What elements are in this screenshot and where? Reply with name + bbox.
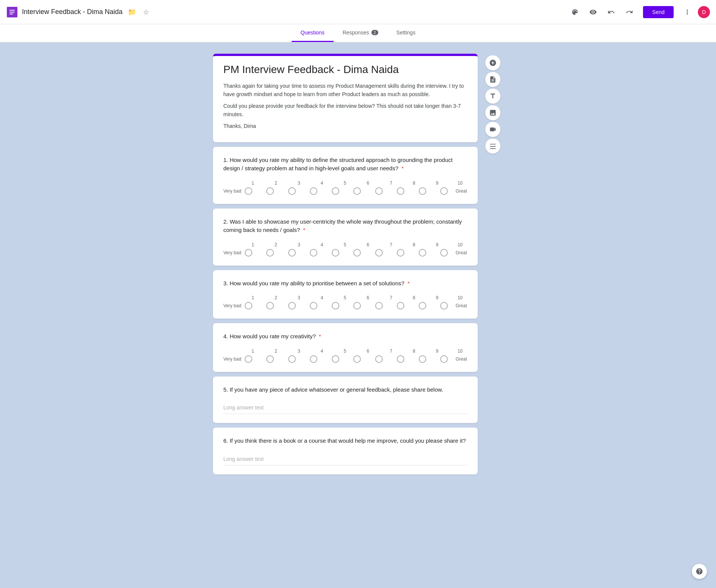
help-button[interactable] (692, 564, 707, 579)
scale-4-right-label: Great (448, 356, 467, 362)
scale-2-radio-3[interactable] (288, 249, 296, 257)
question-card-6: 6. If you think there is a book or a cou… (213, 428, 478, 474)
more-menu-button[interactable] (680, 5, 695, 20)
scale-1-radio-3[interactable] (288, 187, 296, 195)
scale-4-radio-3[interactable] (288, 355, 296, 363)
scale-4-radio-6[interactable] (353, 355, 361, 363)
svg-rect-2 (9, 12, 15, 12)
scale-4-radio-1[interactable] (245, 355, 252, 363)
scale-2-radio-2[interactable] (266, 249, 274, 257)
question-card-2: 2. Was I able to showcase my user-centri… (213, 208, 478, 266)
avatar[interactable]: D (698, 6, 710, 18)
scale-2-radios-row: Very bad Great (224, 249, 467, 257)
scale-2: 1 2 3 4 5 6 7 8 9 10 Very bad (224, 242, 467, 257)
scale-4-radio-8[interactable] (397, 355, 404, 363)
tab-settings[interactable]: Settings (387, 24, 425, 42)
scale-1-right-label: Great (448, 188, 467, 194)
question-card-1: 1. How would you rate my ability to defi… (213, 147, 478, 204)
scale-1-radio-10[interactable] (440, 187, 448, 195)
scale-1-radio-2[interactable] (266, 187, 274, 195)
scale-1-radios-row: Very bad Great (224, 187, 467, 195)
required-star-2: * (303, 227, 305, 233)
redo-button[interactable] (622, 5, 637, 20)
send-button[interactable]: Send (643, 6, 674, 18)
help-container (692, 564, 707, 579)
scale-4-radio-10[interactable] (440, 355, 448, 363)
question-6-placeholder[interactable]: Long answer text (224, 453, 467, 465)
scale-3-numbers: 1 2 3 4 5 6 7 8 9 10 (224, 295, 467, 300)
question-5-placeholder[interactable]: Long answer text (224, 401, 467, 414)
scale-1-left-label: Very bad (224, 188, 245, 194)
question-5-text: 5. If you have any piece of advice whats… (224, 386, 467, 394)
star-icon[interactable]: ☆ (141, 6, 151, 18)
scale-3-radio-5[interactable] (332, 302, 339, 310)
add-image-button[interactable] (485, 105, 500, 120)
scale-3-radio-1[interactable] (245, 302, 252, 310)
scale-4-radio-5[interactable] (332, 355, 339, 363)
scale-1-radio-6[interactable] (353, 187, 361, 195)
scale-2-radio-9[interactable] (419, 249, 426, 257)
scale-2-radio-7[interactable] (375, 249, 383, 257)
scale-2-radio-10[interactable] (440, 249, 448, 257)
add-question-button[interactable] (485, 55, 500, 70)
scale-4-radio-7[interactable] (375, 355, 383, 363)
scale-4-radio-2[interactable] (266, 355, 274, 363)
svg-rect-1 (9, 10, 15, 11)
scale-2-radio-8[interactable] (397, 249, 404, 257)
scale-1-radio-5[interactable] (332, 187, 339, 195)
scale-2-radio-1[interactable] (245, 249, 252, 257)
scale-3-radio-10[interactable] (440, 302, 448, 310)
question-card-3: 3. How would you rate my ability to prio… (213, 270, 478, 319)
scale-3-left-label: Very bad (224, 303, 245, 308)
question-2-text: 2. Was I able to showcase my user-centri… (224, 218, 467, 235)
scale-2-radio-4[interactable] (310, 249, 317, 257)
scale-1-radio-9[interactable] (419, 187, 426, 195)
scale-1-radio-4[interactable] (310, 187, 317, 195)
folder-icon[interactable]: 📁 (126, 6, 138, 18)
scale-1-radios (245, 187, 448, 195)
scale-1: 1 2 3 4 5 6 7 8 9 10 Very bad (224, 180, 467, 195)
question-card-4: 4. How would you rate my creativity? * 1… (213, 323, 478, 372)
scale-3-right-label: Great (448, 303, 467, 308)
scale-2-left-label: Very bad (224, 250, 245, 255)
import-questions-button[interactable] (485, 72, 500, 87)
tabs-bar: Questions Responses 2 Settings (0, 24, 716, 42)
scale-3-radio-9[interactable] (419, 302, 426, 310)
add-title-button[interactable] (485, 89, 500, 104)
scale-3-radio-4[interactable] (310, 302, 317, 310)
question-3-text: 3. How would you rate my ability to prio… (224, 279, 467, 288)
svg-rect-3 (9, 14, 13, 14)
scale-2-radio-5[interactable] (332, 249, 339, 257)
question-6-text: 6. If you think there is a book or a cou… (224, 437, 467, 445)
forms-app-icon (6, 6, 18, 18)
tab-responses[interactable]: Responses 2 (334, 24, 387, 42)
scale-4-radios (245, 355, 448, 363)
scale-1-radio-7[interactable] (375, 187, 383, 195)
scale-3-radio-3[interactable] (288, 302, 296, 310)
scale-1-radio-1[interactable] (245, 187, 252, 195)
title-card: PM Interview Feedback - Dima Naida Thank… (213, 54, 478, 142)
scale-1-radio-8[interactable] (397, 187, 404, 195)
topbar: Interview Feedback - Dima Naida 📁 ☆ Send… (0, 0, 716, 24)
undo-button[interactable] (604, 5, 619, 20)
palette-button[interactable] (567, 5, 582, 20)
scale-3-radio-6[interactable] (353, 302, 361, 310)
add-section-button[interactable] (485, 138, 500, 154)
topbar-icons: Send D (567, 5, 710, 20)
scale-3-radio-2[interactable] (266, 302, 274, 310)
question-4-text: 4. How would you rate my creativity? * (224, 332, 467, 341)
scale-3-radio-7[interactable] (375, 302, 383, 310)
add-video-button[interactable] (485, 122, 500, 137)
preview-button[interactable] (586, 5, 601, 20)
scale-2-radio-6[interactable] (353, 249, 361, 257)
form-area: PM Interview Feedback - Dima Naida Thank… (213, 54, 478, 474)
scale-4-radio-4[interactable] (310, 355, 317, 363)
scale-4: 1 2 3 4 5 6 7 8 9 10 Very bad (224, 348, 467, 363)
scale-4-radio-9[interactable] (419, 355, 426, 363)
scale-2-right-label: Great (448, 250, 467, 255)
form-title: PM Interview Feedback - Dima Naida (224, 64, 467, 76)
required-star-1: * (401, 165, 404, 171)
scale-4-numbers: 1 2 3 4 5 6 7 8 9 10 (224, 348, 467, 354)
tab-questions[interactable]: Questions (292, 24, 334, 42)
scale-3-radio-8[interactable] (397, 302, 404, 310)
